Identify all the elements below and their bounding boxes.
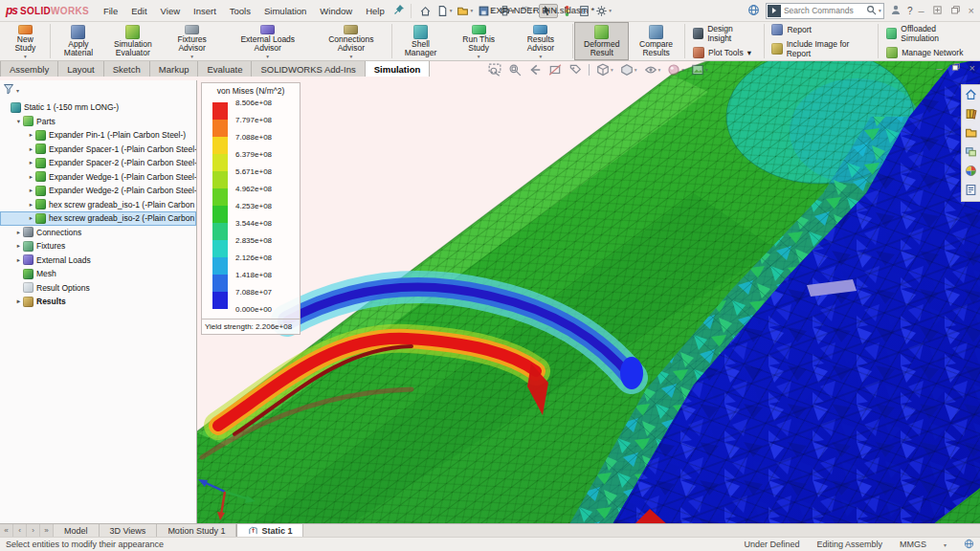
tree-expand-arrow-icon[interactable]: ▸ — [14, 229, 23, 236]
tab-assembly[interactable]: Assembly — [0, 59, 58, 77]
dropdown-caret-icon[interactable]: ▾ — [190, 54, 193, 59]
appearances-wheel-button[interactable] — [965, 165, 977, 179]
doc-minimize-button[interactable]: – — [936, 63, 942, 74]
compare-results-button[interactable]: Compare Results — [629, 22, 683, 60]
tree-item-expander-spacer-2-plain-carbon-steel[interactable]: ▸Expander Spacer-2 (-Plain Carbon Steel-… — [0, 156, 196, 170]
dropdown-caret-icon[interactable]: ▾ — [609, 8, 612, 13]
dropdown-caret-icon[interactable]: ▾ — [658, 67, 661, 73]
include-image-for-report-button[interactable]: Include Image for Report — [771, 39, 870, 58]
connections-advisor-button[interactable]: Connections Advisor▾ — [312, 22, 391, 60]
tree-expand-arrow-icon[interactable]: ▸ — [14, 298, 23, 305]
search-scope-icon[interactable] — [768, 5, 781, 17]
view-orientation-button[interactable]: ▾ — [596, 63, 613, 77]
home-button[interactable] — [417, 4, 434, 18]
tree-expand-arrow-icon[interactable]: ▾ — [14, 118, 23, 125]
menu-insert[interactable]: Insert — [187, 2, 223, 20]
tree-item-expander-wedge-1-plain-carbon-steel[interactable]: ▸Expander Wedge-1 (-Plain Carbon Steel-) — [0, 170, 196, 185]
status-globe-icon[interactable] — [964, 539, 974, 551]
design-library-button[interactable] — [965, 107, 977, 121]
plot-tools-button[interactable]: Plot Tools▾ — [693, 47, 756, 58]
web-help-globe-icon[interactable] — [747, 4, 760, 18]
scene-settings-button[interactable]: ▾ — [691, 63, 708, 77]
results-advisor-button[interactable]: Results Advisor▾ — [509, 22, 571, 60]
resources-home-button[interactable] — [965, 88, 977, 102]
tab-markup[interactable]: Markup — [149, 59, 199, 77]
manage-network-button[interactable]: Manage Network — [886, 47, 971, 58]
display-style-button[interactable]: ▾ — [620, 63, 637, 77]
tab-sketch[interactable]: Sketch — [103, 59, 150, 77]
menu-window[interactable]: Window — [313, 2, 359, 20]
search-box[interactable]: ▾ — [766, 3, 884, 19]
tree-item-results[interactable]: ▸Results — [0, 295, 196, 309]
section-view-button[interactable] — [548, 63, 562, 77]
pin-menubar-icon[interactable] — [393, 4, 405, 17]
shell-manager-button[interactable]: Shell Manager — [393, 22, 448, 60]
tab-motion-study-1[interactable]: Motion Study 1 — [157, 524, 236, 538]
view-palette-button[interactable] — [965, 145, 977, 160]
apply-material-button[interactable]: Apply Material — [51, 22, 105, 60]
options-gear-button[interactable]: ▾ — [593, 4, 613, 18]
tab-layout[interactable]: Layout — [57, 59, 104, 77]
tree-item-expander-spacer-1-plain-carbon-steel[interactable]: ▸Expander Spacer-1 (-Plain Carbon Steel-… — [0, 143, 196, 157]
tree-expand-arrow-icon[interactable]: ▸ — [27, 187, 35, 194]
dropdown-caret-icon[interactable]: ▾ — [539, 54, 542, 59]
file-explorer-button[interactable] — [965, 126, 977, 141]
tree-item-hex-screw-gradeab-iso-2-plain-carbon-steel[interactable]: ▸hex screw gradeab_iso-2 (-Plain Carbon … — [0, 211, 196, 226]
minimize-button[interactable]: – — [918, 6, 924, 16]
search-options-caret-icon[interactable]: ▾ — [879, 8, 881, 13]
tree-expand-arrow-icon[interactable]: ▸ — [27, 214, 35, 222]
previous-view-button[interactable] — [528, 63, 542, 77]
tree-item-external-loads[interactable]: ▸External Loads — [0, 253, 196, 268]
filter-funnel-icon[interactable] — [3, 83, 14, 97]
tab-static-1[interactable]: Static 1 — [236, 524, 303, 538]
dropdown-caret-icon[interactable]: ▾ — [478, 54, 480, 59]
tab-simulation[interactable]: Simulation — [365, 59, 431, 77]
tree-item-expander-pin-1-plain-carbon-steel[interactable]: ▸Expander Pin-1 (-Plain Carbon Steel-) — [0, 128, 196, 143]
tab-next-button[interactable]: › — [27, 524, 40, 538]
tree-expand-arrow-icon[interactable]: ▸ — [27, 145, 35, 153]
tree-item-parts[interactable]: ▾Parts — [0, 115, 196, 129]
dropdown-caret-icon[interactable]: ▾ — [349, 54, 352, 59]
new-document-button[interactable]: ▾ — [434, 4, 455, 18]
menu-tools[interactable]: Tools — [223, 2, 257, 20]
dropdown-caret-icon[interactable]: ▾ — [450, 8, 453, 13]
dropdown-caret-icon[interactable]: ▾ — [611, 67, 613, 73]
dropdown-caret-icon[interactable]: ▾ — [747, 48, 751, 57]
offloaded-simulation-button[interactable]: Offloaded Simulation — [886, 24, 971, 43]
open-button[interactable]: ▾ — [455, 4, 475, 18]
graphics-area[interactable]: ▾▾▾▾▾ – × von Mises (N/m^2) 8.506e+087.7… — [196, 59, 980, 524]
tree-item-hex-screw-gradeab-iso-1-plain-carbon-steel[interactable]: ▸hex screw gradeab_iso-1 (-Plain Carbon … — [0, 198, 196, 212]
report-button[interactable]: Report — [771, 24, 870, 35]
tree-expand-arrow-icon[interactable]: ▸ — [14, 242, 23, 250]
restore-button[interactable] — [950, 5, 961, 17]
dropdown-caret-icon[interactable]: ▾ — [681, 67, 684, 73]
dropdown-caret-icon[interactable]: ▾ — [24, 54, 27, 59]
tab-model[interactable]: Model — [54, 524, 100, 538]
tree-expand-arrow-icon[interactable]: ▸ — [27, 131, 35, 139]
search-icon[interactable] — [866, 5, 877, 17]
external-loads-advisor-button[interactable]: External Loads Advisor▾ — [224, 22, 312, 60]
tab-solidworks-add-ins[interactable]: SOLIDWORKS Add-Ins — [251, 59, 365, 77]
doc-close-button[interactable]: × — [969, 63, 975, 74]
tree-item-expander-wedge-2-plain-carbon-steel[interactable]: ▸Expander Wedge-2 (-Plain Carbon Steel-) — [0, 184, 196, 198]
filter-caret-icon[interactable]: ▾ — [16, 87, 19, 94]
menu-edit[interactable]: Edit — [124, 2, 153, 20]
tree-expand-arrow-icon[interactable]: ▸ — [27, 173, 35, 181]
tree-expand-arrow-icon[interactable]: ▸ — [27, 201, 35, 209]
hide-show-items-button[interactable]: ▾ — [644, 63, 661, 77]
dropdown-caret-icon[interactable]: ▾ — [705, 67, 708, 73]
tree-item-result-options[interactable]: Result Options — [0, 281, 196, 296]
tab-evaluate[interactable]: Evaluate — [197, 59, 252, 77]
menu-view[interactable]: View — [154, 2, 187, 20]
login-user-icon[interactable] — [890, 4, 902, 17]
custom-properties-button[interactable] — [965, 184, 977, 198]
tree-item-static-1-150-mm-long[interactable]: Static 1 (-150 mm LONG-) — [0, 100, 196, 115]
close-button[interactable]: × — [969, 6, 974, 16]
tree-expand-arrow-icon[interactable]: ▸ — [14, 256, 23, 264]
dropdown-caret-icon[interactable]: ▾ — [470, 8, 473, 13]
tree-expand-arrow-icon[interactable]: ▸ — [27, 159, 35, 166]
deformed-result-button[interactable]: Deformed Result — [574, 22, 629, 60]
dropdown-caret-icon[interactable]: ▾ — [635, 67, 637, 73]
status-caret-icon[interactable]: ▾ — [944, 541, 947, 548]
simulation-3d-view[interactable] — [196, 59, 980, 524]
